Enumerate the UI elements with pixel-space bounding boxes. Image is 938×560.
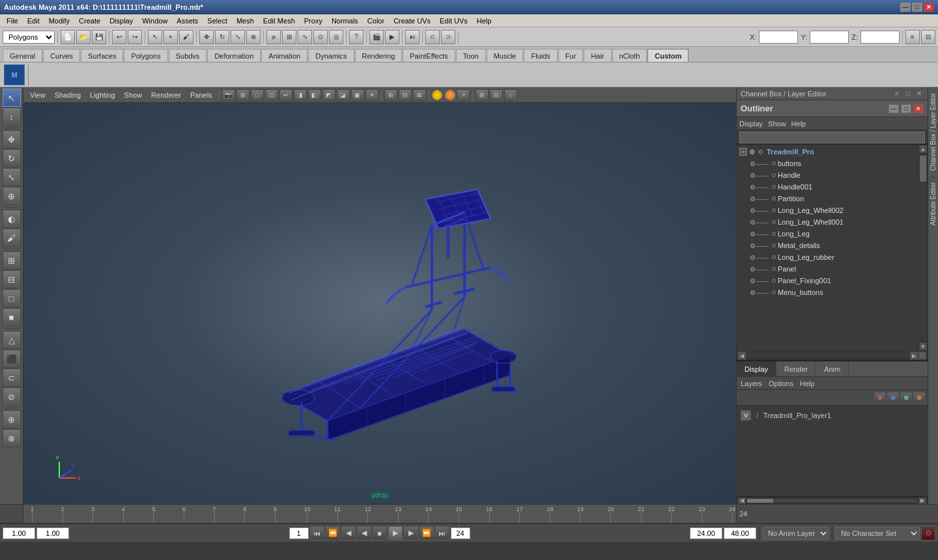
go-start-btn[interactable]: ⏮ xyxy=(310,526,324,540)
start-frame-input[interactable] xyxy=(36,527,69,539)
vp-orange-icon[interactable] xyxy=(445,90,455,100)
create-poly-button[interactable]: △ xyxy=(3,331,21,349)
timeline-numbers[interactable]: 123456789101112131415161718192021222324 xyxy=(23,505,736,523)
soft-select-left-button[interactable]: ◐ xyxy=(3,210,21,228)
menu-item-edit-mesh[interactable]: Edit Mesh xyxy=(259,16,299,26)
open-file-button[interactable]: 📂 xyxy=(76,30,91,44)
layer-btn-left[interactable]: ⊕ xyxy=(3,410,21,428)
playback-button[interactable]: ⏯ xyxy=(405,30,419,44)
outliner-show-menu[interactable]: Show xyxy=(768,120,786,128)
display-tab[interactable]: Display xyxy=(737,361,776,377)
prev-frame-btn[interactable]: ◀ xyxy=(341,526,356,540)
select-mode-button[interactable]: ↖ xyxy=(3,89,21,107)
menu-item-edit[interactable]: Edit xyxy=(23,16,44,26)
scroll-thumb[interactable] xyxy=(920,156,926,182)
menu-item-mesh[interactable]: Mesh xyxy=(233,16,258,26)
menu-item-file[interactable]: File xyxy=(3,16,22,26)
snap-toggle-button[interactable]: ≡ xyxy=(905,30,920,44)
lasso-tool[interactable]: ⌖ xyxy=(163,30,178,44)
menu-item-proxy[interactable]: Proxy xyxy=(300,16,326,26)
scroll-up-btn[interactable]: ▲ xyxy=(919,145,927,153)
vp-panel1-icon[interactable]: ⊞ xyxy=(384,89,397,101)
vp-shade3-icon[interactable]: ◩ xyxy=(322,89,335,101)
timeline-tick-17[interactable]: 17 xyxy=(517,505,523,523)
deform-button[interactable]: ⊂ xyxy=(425,30,440,44)
shading-menu[interactable]: Shading xyxy=(51,90,85,100)
timeline-tick-14[interactable]: 14 xyxy=(425,505,432,523)
vp-quad-icon[interactable]: ⊟ xyxy=(490,89,503,101)
select-tool[interactable]: ↖ xyxy=(148,30,162,44)
play-fwd-btn[interactable]: ▶ xyxy=(388,526,403,540)
3d-viewport[interactable]: X Y Z pdrop xyxy=(23,103,736,504)
panels-menu[interactable]: Panels xyxy=(186,90,216,100)
menu-item-edit-uvs[interactable]: Edit UVs xyxy=(436,16,472,26)
timeline-tick-19[interactable]: 19 xyxy=(577,505,584,523)
vp-camera-icon[interactable]: 📷 xyxy=(222,89,235,101)
scroll-down-btn[interactable]: ▼ xyxy=(919,343,927,350)
menu-item-create[interactable]: Create xyxy=(75,16,104,26)
timeline-tick-24[interactable]: 24 xyxy=(729,505,735,523)
char-set-select[interactable]: No Character Set xyxy=(835,527,920,540)
timeline-tick-5[interactable]: 5 xyxy=(152,505,155,523)
outliner-help-menu[interactable]: Help xyxy=(791,120,806,128)
tree-item-panel[interactable]: ⚙ —— Panel xyxy=(737,263,918,275)
shelf-tab-hair[interactable]: Hair xyxy=(584,49,611,62)
shelf-tab-deformation[interactable]: Deformation xyxy=(207,49,261,62)
timeline-tick-21[interactable]: 21 xyxy=(638,505,644,523)
snap-view-button[interactable]: ◎ xyxy=(329,30,343,44)
vp-panel2-icon[interactable]: ⊟ xyxy=(399,89,412,101)
show-grid-button[interactable]: ⊟ xyxy=(3,270,21,288)
menu-item-assets[interactable]: Assets xyxy=(173,16,202,26)
shelf-tab-curves[interactable]: Curves xyxy=(43,49,80,62)
channel-box-tab[interactable]: Channel Box / Layer Editor xyxy=(928,87,938,176)
tree-item-buttons[interactable]: ⚙ —— buttons xyxy=(737,158,918,169)
timeline-tick-4[interactable]: 4 xyxy=(122,505,125,523)
next-frame-btn[interactable]: ▶ xyxy=(404,526,418,540)
z-input[interactable] xyxy=(860,31,900,44)
vp-grid-icon[interactable]: ⊞ xyxy=(236,89,249,101)
rotate-tool-button[interactable]: ↻ xyxy=(3,149,21,167)
shelf-tab-subdvs[interactable]: Subdvs xyxy=(169,49,207,62)
shaded-button[interactable]: ■ xyxy=(3,308,21,326)
maximize-button[interactable]: □ xyxy=(912,3,922,12)
snap-curve-button[interactable]: ∿ xyxy=(298,30,312,44)
tree-item-longlegwhell002[interactable]: ⚙ —— Long_Leg_Whell002 xyxy=(737,204,918,216)
save-file-button[interactable]: 💾 xyxy=(92,30,106,44)
timeline-tick-3[interactable]: 3 xyxy=(91,505,94,523)
timeline-tick-9[interactable]: 9 xyxy=(274,505,277,523)
scale-tool[interactable]: ⤡ xyxy=(231,30,245,44)
tree-item-partition[interactable]: ⚙ —— Partition xyxy=(737,193,918,204)
cb-icon-2[interactable]: □ xyxy=(903,89,913,98)
layers-menu[interactable]: Layers xyxy=(741,380,762,387)
layer-icon-4[interactable]: ⊕ xyxy=(913,392,925,404)
range-end-input[interactable] xyxy=(451,527,470,539)
shelf-tab-rendering[interactable]: Rendering xyxy=(355,49,403,62)
timeline-tick-10[interactable]: 10 xyxy=(304,505,310,523)
cb-icon-1[interactable]: ≡ xyxy=(892,89,902,98)
timeline-tick-12[interactable]: 12 xyxy=(365,505,371,523)
show-menu[interactable]: Show xyxy=(121,90,147,100)
y-input[interactable] xyxy=(810,31,849,44)
merge-button[interactable]: ⊂ xyxy=(3,369,21,387)
vp-hyper-icon[interactable]: ☆ xyxy=(504,89,517,101)
tree-item-menubuttons[interactable]: ⚙ —— Menu_buttons xyxy=(737,287,918,298)
shelf-tab-dynamics[interactable]: Dynamics xyxy=(308,49,354,62)
timeline-tick-2[interactable]: 2 xyxy=(61,505,64,523)
scale-tool-button[interactable]: ⤡ xyxy=(3,168,21,186)
close-button[interactable]: ✕ xyxy=(924,3,934,12)
vp-undo-icon[interactable]: ↩ xyxy=(279,89,292,101)
vp-display-icon[interactable]: □ xyxy=(251,89,264,101)
tree-root-item[interactable]: − ⚙ ◇ Treadmill_Pro xyxy=(737,146,918,158)
shelf-tab-toon[interactable]: Toon xyxy=(456,49,486,62)
tree-item-metaldetails[interactable]: ⚙ —— Metal_details xyxy=(737,240,918,251)
snap-point-button[interactable]: ⊙ xyxy=(313,30,328,44)
skin-button[interactable]: ⊃ xyxy=(441,30,455,44)
help-menu[interactable]: Help xyxy=(800,380,815,387)
next-key-btn[interactable]: ⏩ xyxy=(419,526,434,540)
transform-tool[interactable]: ⊕ xyxy=(246,30,261,44)
minimize-button[interactable]: — xyxy=(900,3,911,12)
timeline-tick-7[interactable]: 7 xyxy=(213,505,216,523)
tree-collapse-btn[interactable]: − xyxy=(739,148,747,156)
outliner-search-input[interactable] xyxy=(739,132,925,143)
end-frame-display[interactable] xyxy=(690,527,722,539)
